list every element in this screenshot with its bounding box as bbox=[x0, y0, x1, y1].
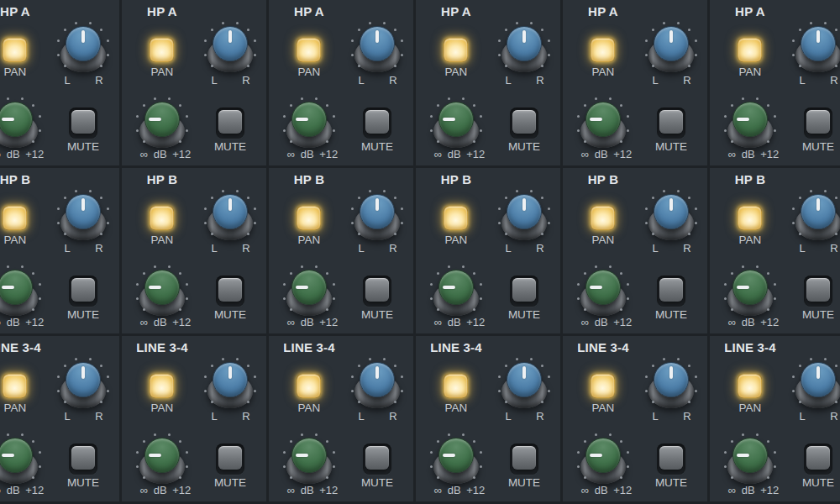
level-knob[interactable] bbox=[282, 267, 336, 321]
pan-button[interactable] bbox=[3, 206, 27, 230]
level-knob[interactable] bbox=[135, 267, 189, 321]
level-knob[interactable] bbox=[429, 267, 483, 321]
mute-button[interactable] bbox=[365, 446, 389, 470]
mute-button[interactable] bbox=[512, 446, 536, 470]
level-knob[interactable] bbox=[0, 267, 42, 321]
level-knob[interactable] bbox=[576, 99, 630, 153]
knob-tick bbox=[75, 190, 77, 192]
mute-button[interactable] bbox=[512, 110, 536, 134]
mute-button-socket bbox=[216, 444, 244, 475]
pan-knob[interactable] bbox=[203, 192, 257, 245]
level-knob[interactable] bbox=[135, 99, 189, 153]
knob-tick bbox=[541, 65, 543, 67]
pan-knob-cap bbox=[507, 194, 542, 229]
pan-button[interactable] bbox=[444, 374, 468, 398]
pan-knob[interactable] bbox=[56, 192, 110, 245]
mute-button[interactable] bbox=[218, 446, 242, 470]
level-knob[interactable] bbox=[282, 435, 336, 489]
pan-knob[interactable] bbox=[350, 24, 404, 77]
mute-button[interactable] bbox=[659, 110, 683, 134]
knob-tick bbox=[7, 265, 9, 268]
pan-knob[interactable] bbox=[791, 24, 840, 77]
knob-tick bbox=[595, 97, 597, 100]
pan-knob[interactable] bbox=[203, 24, 257, 77]
mute-button[interactable] bbox=[806, 278, 830, 302]
level-knob-cap bbox=[291, 270, 327, 305]
mute-button[interactable] bbox=[365, 278, 389, 302]
knob-tick bbox=[473, 140, 475, 143]
pan-knob[interactable] bbox=[350, 192, 404, 245]
knob-tick bbox=[179, 272, 181, 275]
pan-knob[interactable] bbox=[497, 360, 551, 413]
mute-button[interactable] bbox=[806, 446, 830, 470]
pan-button[interactable] bbox=[591, 206, 615, 230]
level-knob[interactable] bbox=[429, 99, 483, 153]
pan-button[interactable] bbox=[3, 38, 27, 62]
pan-knob[interactable] bbox=[644, 192, 698, 245]
mute-button[interactable] bbox=[806, 110, 830, 134]
level-knob[interactable] bbox=[723, 435, 777, 489]
pan-button[interactable] bbox=[3, 374, 27, 398]
mute-button[interactable] bbox=[218, 278, 242, 302]
pan-knob[interactable] bbox=[644, 360, 698, 413]
pan-knob[interactable] bbox=[791, 360, 840, 413]
level-knob[interactable] bbox=[723, 267, 777, 321]
pan-right-label: R bbox=[237, 410, 255, 423]
pan-button[interactable] bbox=[738, 374, 762, 398]
level-knob[interactable] bbox=[282, 99, 336, 153]
mute-button[interactable] bbox=[71, 110, 95, 134]
mute-button[interactable] bbox=[218, 110, 242, 134]
mute-button[interactable] bbox=[71, 278, 95, 302]
pan-knob[interactable] bbox=[203, 360, 257, 413]
pan-knob[interactable] bbox=[497, 24, 551, 77]
pan-button[interactable] bbox=[150, 38, 174, 62]
knob-tick bbox=[107, 207, 109, 210]
pan-button[interactable] bbox=[591, 38, 615, 62]
knob-tick bbox=[21, 433, 24, 436]
pan-button[interactable] bbox=[591, 374, 615, 398]
pan-knob[interactable] bbox=[791, 192, 840, 245]
mute-button[interactable] bbox=[512, 278, 536, 302]
pan-knob[interactable] bbox=[644, 24, 698, 77]
mute-button[interactable] bbox=[71, 446, 95, 470]
level-knob[interactable] bbox=[723, 99, 777, 153]
pan-knob[interactable] bbox=[350, 360, 404, 413]
level-knob[interactable] bbox=[0, 99, 42, 153]
knob-tick bbox=[480, 451, 482, 454]
pan-button[interactable] bbox=[297, 374, 321, 398]
pan-button[interactable] bbox=[150, 206, 174, 230]
channel-title: HP B bbox=[416, 172, 496, 186]
pan-knob[interactable] bbox=[497, 192, 551, 245]
knob-tick bbox=[541, 233, 543, 235]
pan-button[interactable] bbox=[738, 206, 762, 230]
knob-tick bbox=[627, 451, 629, 454]
knob-tick bbox=[394, 29, 396, 31]
level-knob[interactable] bbox=[576, 435, 630, 489]
level-knob[interactable] bbox=[429, 435, 483, 489]
knob-tick bbox=[688, 365, 690, 367]
level-knob[interactable] bbox=[135, 435, 189, 489]
mute-button[interactable] bbox=[659, 446, 683, 470]
pan-button-label: PAN bbox=[122, 402, 202, 414]
pan-button[interactable] bbox=[444, 206, 468, 230]
knob-tick bbox=[577, 283, 580, 286]
knob-tick bbox=[430, 465, 433, 468]
mute-button[interactable] bbox=[365, 110, 389, 134]
mute-button[interactable] bbox=[659, 278, 683, 302]
pan-button[interactable] bbox=[297, 206, 321, 230]
level-knob-cap bbox=[0, 102, 33, 137]
pan-button-label: PAN bbox=[563, 402, 643, 414]
knob-tick bbox=[333, 451, 335, 454]
knob-tick bbox=[548, 390, 550, 392]
knob-pointer bbox=[522, 198, 526, 211]
knob-tick bbox=[627, 115, 629, 118]
level-knob[interactable] bbox=[0, 435, 42, 489]
pan-button[interactable] bbox=[444, 38, 468, 62]
pan-knob[interactable] bbox=[56, 24, 110, 77]
pan-button[interactable] bbox=[297, 38, 321, 62]
pan-button[interactable] bbox=[150, 374, 174, 398]
knob-tick bbox=[186, 115, 188, 118]
pan-knob[interactable] bbox=[56, 360, 110, 413]
pan-button[interactable] bbox=[738, 38, 762, 62]
level-knob[interactable] bbox=[576, 267, 630, 321]
